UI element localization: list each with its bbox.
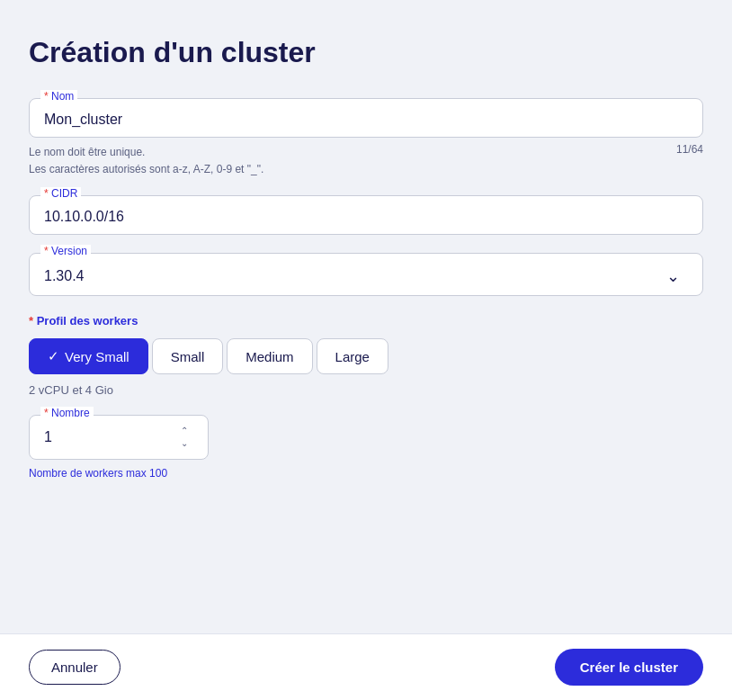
- nom-input-wrapper: Nom: [29, 98, 703, 138]
- stepper-up-button[interactable]: ⌃: [175, 425, 193, 437]
- cidr-label: CIDR: [40, 187, 81, 200]
- create-cluster-button[interactable]: Créer le cluster: [555, 649, 703, 686]
- nombre-input-wrapper: Nombre ⌃ ⌄: [29, 415, 209, 460]
- footer: Annuler Créer le cluster: [0, 633, 732, 700]
- nom-input[interactable]: [44, 112, 688, 128]
- profile-btn-medium[interactable]: Medium: [227, 338, 312, 374]
- profile-description: 2 vCPU et 4 Gio: [29, 383, 703, 397]
- number-stepper: ⌃ ⌄: [175, 425, 193, 450]
- profile-btn-medium-label: Medium: [245, 349, 293, 364]
- profile-btn-small[interactable]: Small: [152, 338, 224, 374]
- profile-btn-large[interactable]: Large: [317, 338, 388, 374]
- version-label: Version: [40, 245, 91, 257]
- nom-hint-text: Le nom doit être unique. Les caractères …: [29, 143, 263, 177]
- stepper-down-button[interactable]: ⌄: [175, 437, 193, 450]
- cidr-input-wrapper: CIDR: [29, 195, 703, 235]
- workers-profile-label: Profil des workers: [29, 314, 703, 328]
- cidr-field-group: CIDR: [29, 195, 703, 235]
- cancel-button[interactable]: Annuler: [29, 650, 121, 685]
- workers-hint: Nombre de workers max 100: [29, 467, 703, 480]
- version-select-wrapper: Version ⌄: [29, 253, 703, 296]
- nom-label: Nom: [40, 90, 77, 103]
- profile-btn-small-label: Small: [171, 349, 205, 364]
- page-title: Création d'un cluster: [29, 36, 703, 69]
- nombre-field-group: Nombre ⌃ ⌄ Nombre de workers max 100: [29, 415, 703, 480]
- nombre-label: Nombre: [40, 407, 94, 419]
- cidr-input[interactable]: [44, 209, 688, 225]
- version-input[interactable]: [44, 268, 688, 284]
- profile-btn-very-small[interactable]: ✓ Very Small: [29, 338, 148, 374]
- char-count: 11/64: [676, 143, 703, 156]
- workers-profile-group: Profil des workers ✓ Very Small Small Me…: [29, 314, 703, 397]
- profile-btn-large-label: Large: [335, 349, 370, 364]
- profile-buttons: ✓ Very Small Small Medium Large: [29, 338, 703, 374]
- version-field-group: Version ⌄: [29, 253, 703, 296]
- nom-field-group: Nom Le nom doit être unique. Les caractè…: [29, 98, 703, 177]
- profile-btn-very-small-label: Very Small: [65, 349, 129, 364]
- nom-hint: Le nom doit être unique. Les caractères …: [29, 143, 703, 177]
- nombre-input[interactable]: [44, 429, 175, 445]
- checkmark-icon: ✓: [48, 348, 59, 364]
